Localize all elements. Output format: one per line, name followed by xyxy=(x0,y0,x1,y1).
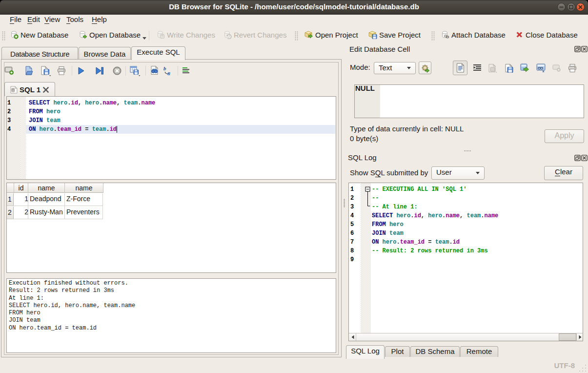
svg-text:b: b xyxy=(163,65,166,71)
svg-text:a: a xyxy=(167,70,170,76)
